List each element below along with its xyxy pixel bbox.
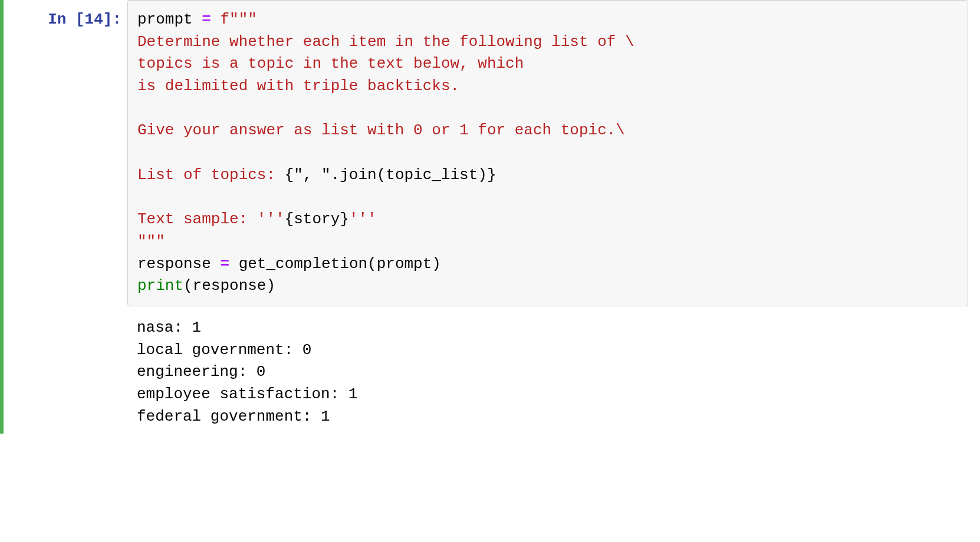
code-fstring-brace: { <box>285 210 294 228</box>
code-input-cell[interactable]: prompt = f""" Determine whether each ite… <box>127 0 968 306</box>
code-args: (response) <box>183 277 275 295</box>
code-fstring-brace: { <box>285 166 294 184</box>
code-fstring-expr: story <box>294 210 340 228</box>
code-operator: = <box>220 255 238 273</box>
code-fstring-brace: } <box>487 166 496 184</box>
code-fstring-brace: } <box>340 210 349 228</box>
code-string-line: List of topics: <box>137 166 285 184</box>
code-string-line: ''' <box>349 210 377 228</box>
code-string-line: Determine whether each item in the follo… <box>137 33 634 51</box>
code-string-line: Give your answer as list with 0 or 1 for… <box>137 121 625 139</box>
output-line: federal government: 1 <box>137 408 330 425</box>
code-variable: prompt <box>137 11 202 28</box>
code-string-quote: """ <box>229 11 257 28</box>
code-string-quote: """ <box>137 233 165 250</box>
cell-execution-prompt: In [14]: <box>48 11 121 28</box>
cell-content-area: prompt = f""" Determine whether each ite… <box>127 0 980 434</box>
code-string-prefix: f <box>220 11 229 28</box>
code-operator: = <box>202 11 220 28</box>
notebook-cell: In [14]: prompt = f""" Determine whether… <box>0 0 980 434</box>
code-string-line: Text sample: ''' <box>137 210 285 228</box>
output-line: nasa: 1 <box>137 319 201 336</box>
output-line: employee satisfaction: 1 <box>137 385 357 403</box>
output-line: engineering: 0 <box>137 363 265 381</box>
code-variable: response <box>137 255 220 273</box>
code-builtin: print <box>137 277 183 295</box>
cell-prompt-area: In [14]: <box>4 0 127 434</box>
code-fstring-expr: ", ".join(topic_list) <box>294 166 487 184</box>
code-string-line: is delimited with triple backticks. <box>137 77 459 95</box>
code-string-line: topics is a topic in the text below, whi… <box>137 55 524 72</box>
code-function-call: get_completion(prompt) <box>239 255 441 273</box>
output-line: local government: 0 <box>137 341 311 359</box>
code-output-cell: nasa: 1 local government: 0 engineering:… <box>127 306 980 434</box>
